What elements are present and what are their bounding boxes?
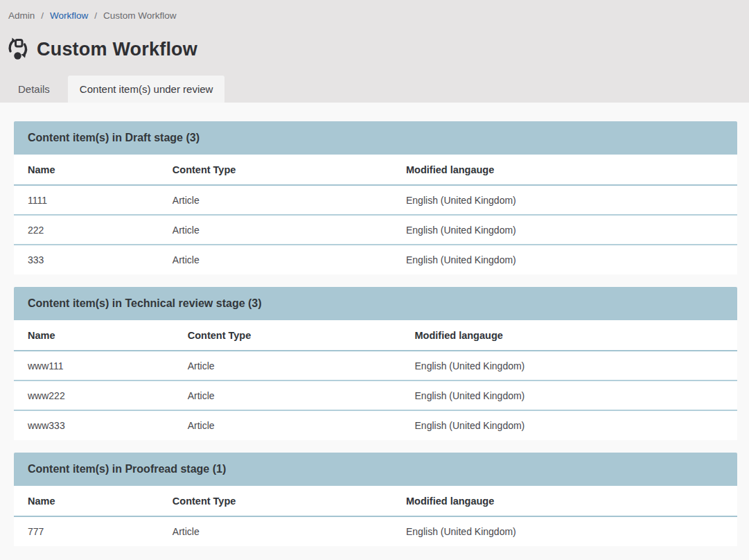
- cell-name: www333: [14, 410, 174, 440]
- table-row: www222 Article English (United Kingdom): [14, 380, 737, 410]
- breadcrumb-separator: /: [94, 10, 97, 21]
- cell-modified-language: English (United Kingdom): [401, 410, 737, 440]
- cell-modified-language: English (United Kingdom): [401, 351, 737, 380]
- table-row: www111 Article English (United Kingdom): [14, 351, 737, 380]
- breadcrumb-item-current: Custom Workflow: [103, 10, 177, 21]
- cell-content-type: Article: [159, 516, 392, 546]
- main-content: Content item(s) in Draft stage (3) Name …: [0, 103, 749, 546]
- section-proofread-stage: Content item(s) in Proofread stage (1) N…: [14, 453, 737, 546]
- breadcrumb: Admin / Workflow / Custom Workflow: [0, 0, 749, 22]
- column-header-content-type: Content Type: [159, 486, 392, 516]
- cell-modified-language: English (United Kingdom): [392, 516, 737, 546]
- column-header-name: Name: [14, 155, 159, 185]
- section-title-technical-review: Content item(s) in Technical review stag…: [14, 287, 737, 320]
- cell-name: 777: [14, 516, 159, 546]
- workflow-icon: [6, 37, 30, 62]
- column-header-content-type: Content Type: [174, 320, 401, 351]
- cell-name: 1111: [14, 185, 159, 215]
- cell-modified-language: English (United Kingdom): [401, 380, 737, 410]
- section-draft-stage: Content item(s) in Draft stage (3) Name …: [14, 121, 737, 274]
- table-row: 1111 Article English (United Kingdom): [14, 185, 737, 215]
- cell-name: 222: [14, 215, 159, 245]
- table-row: 222 Article English (United Kingdom): [14, 215, 737, 245]
- table-row: www333 Article English (United Kingdom): [14, 410, 737, 440]
- breadcrumb-link-workflow[interactable]: Workflow: [50, 10, 88, 21]
- cell-name: www222: [14, 380, 174, 410]
- breadcrumb-item-admin: Admin: [8, 10, 35, 21]
- section-title-draft: Content item(s) in Draft stage (3): [14, 121, 737, 155]
- cell-name: 333: [14, 245, 159, 274]
- table-row: 777 Article English (United Kingdom): [14, 516, 737, 546]
- page-title: Custom Workflow: [37, 39, 197, 60]
- column-header-modified-language: Modified langauge: [392, 155, 737, 185]
- cell-modified-language: English (United Kingdom): [392, 185, 737, 215]
- cell-modified-language: English (United Kingdom): [392, 215, 737, 245]
- draft-stage-table: Name Content Type Modified langauge 1111…: [14, 155, 737, 274]
- page-header: Admin / Workflow / Custom Workflow Custo…: [0, 0, 749, 103]
- cell-content-type: Article: [159, 245, 392, 274]
- tab-details[interactable]: Details: [0, 76, 68, 103]
- column-header-name: Name: [14, 320, 174, 351]
- cell-modified-language: English (United Kingdom): [392, 245, 737, 274]
- table-header-row: Name Content Type Modified langauge: [14, 320, 737, 351]
- title-row: Custom Workflow: [0, 22, 749, 65]
- column-header-content-type: Content Type: [159, 155, 392, 185]
- tab-bar: Details Content item(s) under review: [0, 76, 749, 103]
- cell-content-type: Article: [159, 215, 392, 245]
- technical-review-stage-table: Name Content Type Modified langauge www1…: [14, 320, 737, 440]
- table-header-row: Name Content Type Modified langauge: [14, 155, 737, 185]
- tab-content-items-under-review[interactable]: Content item(s) under review: [68, 76, 225, 103]
- breadcrumb-separator: /: [41, 10, 44, 21]
- section-technical-review-stage: Content item(s) in Technical review stag…: [14, 287, 737, 440]
- cell-content-type: Article: [174, 380, 401, 410]
- column-header-name: Name: [14, 486, 159, 516]
- cell-content-type: Article: [174, 410, 401, 440]
- cell-name: www111: [14, 351, 174, 380]
- column-header-modified-language: Modified langauge: [401, 320, 737, 351]
- cell-content-type: Article: [159, 185, 392, 215]
- table-header-row: Name Content Type Modified langauge: [14, 486, 737, 516]
- section-title-proofread: Content item(s) in Proofread stage (1): [14, 453, 737, 486]
- proofread-stage-table: Name Content Type Modified langauge 777 …: [14, 486, 737, 546]
- cell-content-type: Article: [174, 351, 401, 380]
- table-row: 333 Article English (United Kingdom): [14, 245, 737, 274]
- column-header-modified-language: Modified langauge: [392, 486, 737, 516]
